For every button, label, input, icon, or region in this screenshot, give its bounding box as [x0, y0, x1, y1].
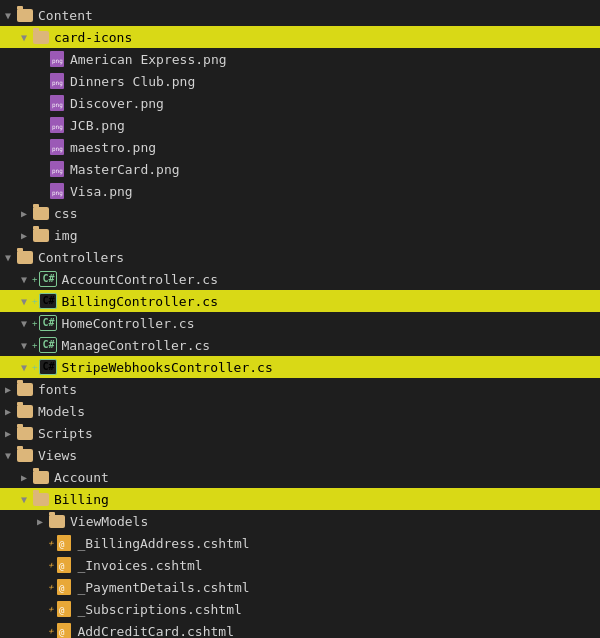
- plus-badge: +: [32, 362, 37, 372]
- tree-item-home-controller[interactable]: +C#HomeController.cs: [0, 312, 600, 334]
- item-label-invoices-cshtml: _Invoices.cshtml: [77, 558, 600, 573]
- svg-text:@: @: [59, 561, 65, 571]
- tree-item-css[interactable]: css: [0, 202, 600, 224]
- folder-icon: [17, 9, 33, 22]
- expand-arrow-account-controller[interactable]: [16, 274, 32, 285]
- png-icon: png: [50, 183, 64, 199]
- cs-icon: C#: [39, 359, 57, 375]
- svg-text:png: png: [52, 101, 63, 109]
- tree-item-visa[interactable]: pngVisa.png: [0, 180, 600, 202]
- item-label-views: Views: [38, 448, 600, 463]
- tree-item-account-controller[interactable]: +C#AccountController.cs: [0, 268, 600, 290]
- tree-item-manage-controller[interactable]: +C#ManageController.cs: [0, 334, 600, 356]
- tree-item-maestro[interactable]: pngmaestro.png: [0, 136, 600, 158]
- svg-text:@: @: [59, 627, 65, 637]
- tree-item-add-credit-card-cshtml[interactable]: +@AddCreditCard.cshtml: [0, 620, 600, 638]
- svg-text:@: @: [59, 605, 65, 615]
- item-label-account-controller: AccountController.cs: [61, 272, 600, 287]
- cs-icon: C#: [39, 337, 57, 353]
- expand-arrow-models[interactable]: [0, 406, 16, 417]
- png-icon: png: [50, 95, 64, 111]
- folder-icon: [17, 251, 33, 264]
- item-label-mastercard: MasterCard.png: [70, 162, 600, 177]
- folder-icon: [33, 229, 49, 242]
- item-label-add-credit-card-cshtml: AddCreditCard.cshtml: [77, 624, 600, 639]
- cs-icon: C#: [39, 271, 57, 287]
- cshtml-icon: @: [57, 557, 71, 573]
- tree-item-american-express[interactable]: pngAmerican Express.png: [0, 48, 600, 70]
- tree-item-dinners-club[interactable]: pngDinners Club.png: [0, 70, 600, 92]
- tree-item-card-icons[interactable]: card-icons: [0, 26, 600, 48]
- tree-item-models[interactable]: Models: [0, 400, 600, 422]
- tree-item-content[interactable]: Content: [0, 4, 600, 26]
- item-label-jcb: JCB.png: [70, 118, 600, 133]
- tree-item-controllers[interactable]: Controllers: [0, 246, 600, 268]
- expand-arrow-stripe-webhooks[interactable]: [16, 362, 32, 373]
- tree-item-viewmodels[interactable]: ViewModels: [0, 510, 600, 532]
- tree-item-mastercard[interactable]: pngMasterCard.png: [0, 158, 600, 180]
- tree-item-discover[interactable]: pngDiscover.png: [0, 92, 600, 114]
- png-icon: png: [50, 161, 64, 177]
- expand-arrow-fonts[interactable]: [0, 384, 16, 395]
- item-label-american-express: American Express.png: [70, 52, 600, 67]
- item-label-subscriptions-cshtml: _Subscriptions.cshtml: [77, 602, 600, 617]
- item-label-home-controller: HomeController.cs: [61, 316, 600, 331]
- folder-icon: [49, 515, 65, 528]
- plus-badge: +: [32, 274, 37, 284]
- item-label-models: Models: [38, 404, 600, 419]
- expand-arrow-billing-folder[interactable]: [16, 494, 32, 505]
- cshtml-icon: @: [57, 623, 71, 638]
- item-label-fonts: fonts: [38, 382, 600, 397]
- item-label-card-icons: card-icons: [54, 30, 600, 45]
- expand-arrow-card-icons[interactable]: [16, 32, 32, 43]
- item-label-stripe-webhooks: StripeWebhooksController.cs: [61, 360, 600, 375]
- expand-arrow-home-controller[interactable]: [16, 318, 32, 329]
- folder-icon: [33, 31, 49, 44]
- tree-item-billing-address-cshtml[interactable]: +@_BillingAddress.cshtml: [0, 532, 600, 554]
- folder-icon: [17, 383, 33, 396]
- svg-text:png: png: [52, 123, 63, 131]
- cshtml-icon: @: [57, 535, 71, 551]
- item-label-scripts: Scripts: [38, 426, 600, 441]
- tree-item-img[interactable]: img: [0, 224, 600, 246]
- expand-arrow-views[interactable]: [0, 450, 16, 461]
- expand-arrow-img[interactable]: [16, 230, 32, 241]
- item-label-account-folder: Account: [54, 470, 600, 485]
- at-badge: +: [48, 604, 53, 614]
- tree-item-scripts[interactable]: Scripts: [0, 422, 600, 444]
- folder-icon: [33, 471, 49, 484]
- tree-item-jcb[interactable]: pngJCB.png: [0, 114, 600, 136]
- item-label-billing-controller: BillingController.cs: [61, 294, 600, 309]
- svg-text:@: @: [59, 539, 65, 549]
- expand-arrow-billing-controller[interactable]: [16, 296, 32, 307]
- svg-text:png: png: [52, 79, 63, 87]
- tree-item-billing-folder[interactable]: Billing: [0, 488, 600, 510]
- expand-arrow-css[interactable]: [16, 208, 32, 219]
- tree-item-subscriptions-cshtml[interactable]: +@_Subscriptions.cshtml: [0, 598, 600, 620]
- item-label-billing-address-cshtml: _BillingAddress.cshtml: [77, 536, 600, 551]
- folder-icon: [17, 427, 33, 440]
- item-label-controllers: Controllers: [38, 250, 600, 265]
- folder-icon: [17, 449, 33, 462]
- expand-arrow-controllers[interactable]: [0, 252, 16, 263]
- expand-arrow-manage-controller[interactable]: [16, 340, 32, 351]
- plus-badge: +: [32, 296, 37, 306]
- tree-item-payment-details-cshtml[interactable]: +@_PaymentDetails.cshtml: [0, 576, 600, 598]
- tree-item-stripe-webhooks[interactable]: +C#StripeWebhooksController.cs: [0, 356, 600, 378]
- tree-item-views[interactable]: Views: [0, 444, 600, 466]
- tree-item-account-folder[interactable]: Account: [0, 466, 600, 488]
- folder-icon: [33, 207, 49, 220]
- tree-item-invoices-cshtml[interactable]: +@_Invoices.cshtml: [0, 554, 600, 576]
- expand-arrow-content[interactable]: [0, 10, 16, 21]
- png-icon: png: [50, 51, 64, 67]
- tree-item-fonts[interactable]: fonts: [0, 378, 600, 400]
- expand-arrow-viewmodels[interactable]: [32, 516, 48, 527]
- svg-text:png: png: [52, 167, 63, 175]
- expand-arrow-scripts[interactable]: [0, 428, 16, 439]
- svg-text:png: png: [52, 57, 63, 65]
- svg-text:png: png: [52, 145, 63, 153]
- item-label-manage-controller: ManageController.cs: [61, 338, 600, 353]
- tree-item-billing-controller[interactable]: +C#BillingController.cs: [0, 290, 600, 312]
- item-label-dinners-club: Dinners Club.png: [70, 74, 600, 89]
- expand-arrow-account-folder[interactable]: [16, 472, 32, 483]
